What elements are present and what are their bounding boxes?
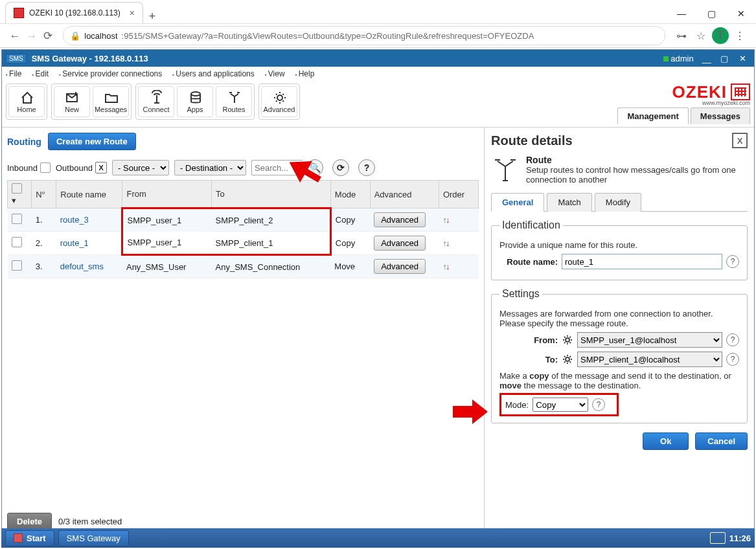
window-close-icon[interactable]: ✕	[726, 4, 756, 23]
menu-file[interactable]: File	[6, 69, 21, 78]
menu-edit[interactable]: Edit	[32, 69, 49, 78]
help-icon[interactable]: ?	[592, 398, 605, 411]
window-minimize-icon[interactable]: —	[667, 4, 696, 23]
delete-button[interactable]: Delete	[7, 513, 52, 530]
route-link[interactable]: route_3	[60, 215, 89, 225]
row-advanced-button[interactable]: Advanced	[374, 212, 426, 227]
panel-subdesc: Setup routes to control how messages/cal…	[526, 165, 748, 185]
row-checkbox[interactable]	[12, 260, 22, 271]
toolbar-advanced[interactable]: Advanced	[261, 86, 297, 117]
nav-forward-icon[interactable]: →	[25, 30, 39, 43]
status-dot-icon	[663, 56, 669, 62]
svg-marker-4	[453, 399, 488, 424]
row-checkbox[interactable]	[12, 237, 22, 247]
avatar[interactable]: T	[712, 27, 729, 44]
header-tab-messages[interactable]: Messages	[691, 107, 750, 124]
order-arrows[interactable]: ↑↓	[439, 255, 478, 278]
table-row[interactable]: 1. route_3 SMPP_user_1 SMPP_client_2 Cop…	[8, 208, 479, 232]
menu-connections[interactable]: Service provider connections	[59, 69, 162, 78]
help-icon[interactable]: ?	[358, 159, 375, 176]
select-all-checkbox[interactable]	[12, 183, 22, 194]
from-select[interactable]: SMPP_user_1@localhost	[577, 332, 722, 348]
menu-view[interactable]: View	[265, 69, 285, 78]
settings-group: Settings Messages are forwarded from one…	[491, 288, 748, 423]
key-icon[interactable]: ⊶	[673, 27, 690, 44]
tab-modify[interactable]: Modify	[595, 193, 641, 212]
header-tab-management[interactable]: Management	[617, 107, 688, 124]
order-arrows[interactable]: ↑↓	[439, 208, 478, 232]
clear-outbound-icon[interactable]: X	[95, 162, 107, 174]
envelope-plus-icon	[65, 90, 79, 104]
svg-point-5	[566, 338, 569, 342]
mode-note: Make a copy of the message and send it t…	[499, 371, 739, 390]
kebab-menu-icon[interactable]: ⋮	[731, 27, 748, 44]
route-name-input[interactable]	[562, 254, 722, 269]
source-select[interactable]: - Source -	[112, 160, 169, 175]
database-icon	[188, 90, 202, 104]
route-icon	[491, 155, 520, 183]
cancel-button[interactable]: Cancel	[695, 432, 748, 450]
app-badge-icon: SMS	[6, 54, 27, 63]
table-row[interactable]: 3. defout_sms Any_SMS_User Any_SMS_Conne…	[8, 255, 479, 278]
order-arrows[interactable]: ↑↓	[439, 232, 478, 255]
help-icon[interactable]: ?	[726, 255, 739, 268]
tab-general[interactable]: General	[491, 193, 544, 212]
route-link[interactable]: route_1	[60, 238, 89, 248]
row-advanced-button[interactable]: Advanced	[374, 236, 426, 251]
address-bar[interactable]: 🔒 localhost:9515/SMS+Gateway/?a=Routing&…	[63, 26, 665, 45]
nav-back-icon[interactable]: ←	[8, 30, 22, 43]
tab-close-icon[interactable]: ×	[130, 8, 135, 18]
toolbar-routes[interactable]: Routes	[216, 86, 252, 117]
destination-select[interactable]: - Destination -	[174, 160, 246, 175]
route-link[interactable]: defout_sms	[60, 262, 104, 271]
app-minimize-icon[interactable]: __	[699, 52, 715, 64]
toolbar-connect[interactable]: Connect	[138, 86, 174, 117]
toolbar-new[interactable]: New	[54, 86, 90, 117]
start-icon	[14, 533, 23, 543]
browser-tab[interactable]: OZEKI 10 (192.168.0.113) ×	[5, 2, 143, 23]
app-close-icon[interactable]: ✕	[735, 52, 750, 64]
menu-help[interactable]: Help	[295, 69, 315, 78]
taskbar-app-button[interactable]: SMS Gateway	[58, 530, 129, 546]
create-route-button[interactable]: Create new Route	[48, 133, 136, 150]
toolbar-apps[interactable]: Apps	[177, 86, 213, 117]
nav-reload-icon[interactable]: ⟳	[41, 29, 55, 43]
tab-title: OZEKI 10 (192.168.0.113)	[29, 8, 120, 17]
start-button[interactable]: Start	[5, 530, 54, 546]
mode-select[interactable]: Copy	[533, 398, 588, 412]
help-icon[interactable]: ?	[726, 333, 739, 346]
page-title: Routing	[7, 137, 41, 147]
bookmark-icon[interactable]: ☆	[693, 27, 709, 44]
refresh-icon[interactable]: ⟳	[332, 159, 349, 176]
logo-grid-icon	[731, 84, 750, 100]
favicon-icon	[14, 8, 24, 18]
url-path: :9515/SMS+Gateway/?a=Routing&ViewRoutes=…	[122, 31, 534, 41]
app-maximize-icon[interactable]: ▢	[716, 52, 732, 64]
svg-point-2	[277, 95, 282, 100]
keyboard-icon[interactable]	[710, 532, 726, 544]
annotation-arrow-icon	[287, 159, 322, 183]
ok-button[interactable]: Ok	[643, 432, 689, 450]
filter-inbound[interactable]: Inbound	[7, 162, 51, 173]
toolbar-messages[interactable]: Messages	[93, 86, 129, 117]
table-row[interactable]: 2. route_1 SMPP_user_1 SMPP_client_1 Cop…	[8, 232, 479, 255]
identification-group: Identification Provide a unique name for…	[491, 219, 748, 280]
panel-close-icon[interactable]: X	[732, 133, 748, 148]
to-select[interactable]: SMPP_client_1@localhost	[577, 352, 722, 367]
filter-outbound[interactable]: OutboundX	[56, 162, 107, 174]
help-icon[interactable]: ?	[726, 353, 739, 366]
tab-match[interactable]: Match	[547, 193, 591, 212]
app-title: SMS Gateway - 192.168.0.113	[32, 54, 148, 63]
svg-marker-3	[287, 159, 322, 183]
toolbar-home[interactable]: Home	[8, 86, 45, 117]
panel-subtitle: Route	[526, 155, 748, 165]
menu-users[interactable]: Users and applications	[172, 69, 254, 78]
window-maximize-icon[interactable]: ▢	[696, 4, 726, 23]
mode-row: Mode: Copy ?	[499, 393, 619, 416]
panel-title: Route details	[491, 133, 732, 148]
app-user[interactable]: admin	[663, 54, 693, 63]
row-advanced-button[interactable]: Advanced	[374, 259, 426, 274]
routes-icon	[227, 90, 241, 104]
row-checkbox[interactable]	[12, 214, 22, 224]
new-tab-button[interactable]: +	[143, 10, 161, 23]
